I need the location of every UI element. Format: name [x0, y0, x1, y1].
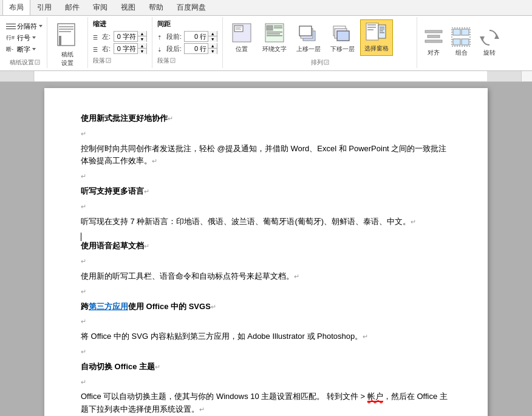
tab-review[interactable]: 审阅 — [86, 0, 114, 15]
para-mark-12: ↵ — [81, 318, 86, 325]
hyphenation-label: 断字 — [17, 45, 30, 54]
para-svg-heading-link: 第三方应用 — [89, 302, 128, 311]
svg-text:⇡: ⇡ — [157, 35, 162, 41]
page-setup-button[interactable]: 稿纸设置 — [51, 19, 84, 70]
para-mark-17: ↵ — [199, 406, 205, 413]
line-number-button[interactable]: 行# 行号 — [5, 33, 44, 43]
indent-left-up[interactable]: ▲ — [138, 31, 146, 36]
wrap-text-icon-box — [264, 22, 285, 44]
tab-layout[interactable]: 布局 — [2, 0, 30, 15]
para-mark-10: ↵ — [81, 288, 86, 295]
ribbon-body: 分隔符 行# 行号 断- 断字 稿纸设置 ↗ — [0, 16, 532, 70]
paper-expand-icon[interactable]: ↗ — [35, 60, 40, 65]
svg-marker-62 — [494, 34, 499, 39]
position-button[interactable]: 位置 — [227, 19, 257, 56]
select-pane-icon-box — [366, 22, 387, 44]
arrange-group: 位置 环绕文字 — [223, 17, 417, 68]
ruler-right-margin — [487, 71, 521, 82]
indent-right-input[interactable] — [114, 45, 137, 52]
svg-text:⇣: ⇣ — [157, 47, 162, 53]
wrap-text-button[interactable]: 环绕文字 — [258, 19, 291, 56]
tab-view[interactable]: 视图 — [114, 0, 142, 15]
spacing-before-input[interactable] — [185, 33, 208, 40]
para-voice-heading-text: 使用语音起草文档 — [81, 241, 144, 250]
indent-expand-icon[interactable]: ↗ — [106, 58, 111, 63]
ribbon: 布局 引用 邮件 审阅 视图 帮助 百度网盘 分隔符 行# 行号 — [0, 0, 532, 71]
para-empty-8: ↵ — [81, 376, 451, 389]
group-button[interactable]: 组合 — [449, 25, 474, 60]
group-icon — [452, 28, 471, 47]
ruler-body — [34, 71, 487, 82]
svg-text:↗: ↗ — [107, 59, 110, 63]
svg-rect-44 — [367, 24, 376, 26]
spacing-group-bottom-label: 段落 ↗ — [157, 56, 217, 65]
spacing-after-icon: ⇣ — [157, 46, 165, 53]
tab-baidu[interactable]: 百度网盘 — [170, 0, 213, 15]
svg-rect-31 — [267, 26, 273, 30]
spacing-before-row: ⇡ 段前: ▲ ▼ — [157, 31, 217, 42]
separator-button[interactable]: 分隔符 — [5, 21, 44, 32]
arrange-group-bottom-label: 排列 ↗ — [227, 58, 413, 67]
para-modern-comment-text: 使用新式批注更好地协作 — [81, 114, 168, 123]
align-button[interactable]: 对齐 — [421, 25, 446, 60]
svg-rect-14 — [59, 36, 60, 46]
indent-right-down[interactable]: ▼ — [138, 49, 146, 54]
indent-right-up[interactable]: ▲ — [138, 43, 146, 49]
para-mark-9: ↵ — [294, 273, 299, 280]
send-backward-button[interactable]: 下移一层 — [326, 19, 359, 56]
spacing-before-up[interactable]: ▲ — [208, 31, 217, 36]
arrange-expand-icon[interactable]: ↗ — [324, 60, 329, 65]
indent-left-spinner: ▲ ▼ — [137, 31, 146, 42]
svg-rect-50 — [380, 30, 383, 32]
spacing-after-label: ⇣ 段后: — [157, 44, 182, 53]
spacing-before-label: ⇡ 段前: — [157, 32, 182, 41]
svg-text:☰: ☰ — [93, 35, 98, 41]
send-backward-icon-box — [332, 22, 353, 44]
rotate-button[interactable]: 旋转 — [477, 25, 502, 60]
svg-rect-43 — [366, 23, 378, 40]
svg-rect-35 — [267, 33, 280, 35]
document-content: 使用新式批注更好地协作↵ ↵ 控制何时向共同创作者发送批注，轻松 @提及通知，并… — [81, 112, 451, 416]
spacing-before-down[interactable]: ▼ — [208, 36, 217, 42]
indent-left-down[interactable]: ▼ — [138, 36, 146, 42]
svg-rect-27 — [236, 27, 242, 27]
indent-left-row: ☰ 左: ▲ ▼ — [93, 31, 147, 42]
spacing-group: 间距 ⇡ 段前: ▲ ▼ ⇣ 段后: — [152, 17, 223, 68]
ruler-marks — [34, 71, 487, 82]
svg-rect-33 — [274, 27, 282, 29]
para-mark-15: ↵ — [155, 363, 160, 370]
para-theme-heading-text: 自动切换 Office 主题 — [81, 362, 155, 371]
indent-title: 缩进 — [93, 19, 147, 29]
wrap-text-icon — [264, 22, 285, 43]
bring-forward-label: 上移一层 — [296, 45, 321, 53]
page-setup-label: 稿纸设置 — [61, 50, 73, 67]
svg-rect-39 — [299, 26, 312, 36]
para-svg-heading: 跨第三方应用使用 Office 中的 SVGS↵ — [81, 301, 451, 313]
indent-left-input[interactable] — [114, 33, 137, 40]
hyphenation-button[interactable]: 断- 断字 — [5, 44, 44, 55]
line-number-label: 行号 — [17, 33, 30, 43]
tab-reference[interactable]: 引用 — [30, 0, 58, 15]
svg-rect-60 — [462, 39, 469, 45]
select-pane-button[interactable]: 选择窗格 — [360, 19, 393, 56]
wrap-text-label: 环绕文字 — [262, 45, 287, 53]
svg-rect-45 — [367, 27, 376, 28]
para-svg-body: 将 Office 中的 SVG 内容粘贴到第三方应用，如 Adobe Illus… — [81, 330, 451, 343]
spacing-after-down[interactable]: ▼ — [208, 49, 217, 54]
rotate-icon — [480, 28, 499, 47]
indent-left-label: ☰ 左: — [93, 32, 111, 41]
spacing-after-up[interactable]: ▲ — [208, 43, 217, 49]
spacing-expand-icon[interactable]: ↗ — [171, 58, 176, 63]
para-mark-4: ↵ — [144, 188, 149, 195]
tab-help[interactable]: 帮助 — [142, 0, 170, 15]
para-voice-body-text: 使用新的听写工具栏、语音命令和自动标点符号来起草文档。 — [81, 271, 294, 281]
svg-marker-3 — [39, 25, 43, 27]
bring-forward-button[interactable]: 上移一层 — [292, 19, 325, 56]
document-page: 使用新式批注更好地协作↵ ↵ 控制何时向共同创作者发送批注，轻松 @提及通知，并… — [44, 88, 488, 416]
arrange-icons: 位置 环绕文字 — [227, 18, 413, 57]
tab-mail[interactable]: 邮件 — [58, 0, 86, 15]
spacing-after-input[interactable] — [185, 45, 208, 52]
ruler-left-margin — [0, 71, 34, 82]
paper-group: 分隔符 行# 行号 断- 断字 稿纸设置 ↗ — [2, 17, 47, 68]
para-comment-body-text: 控制何时向共同创作者发送批注，轻松 @提及通知，并借助 Word、Excel 和… — [81, 144, 446, 166]
